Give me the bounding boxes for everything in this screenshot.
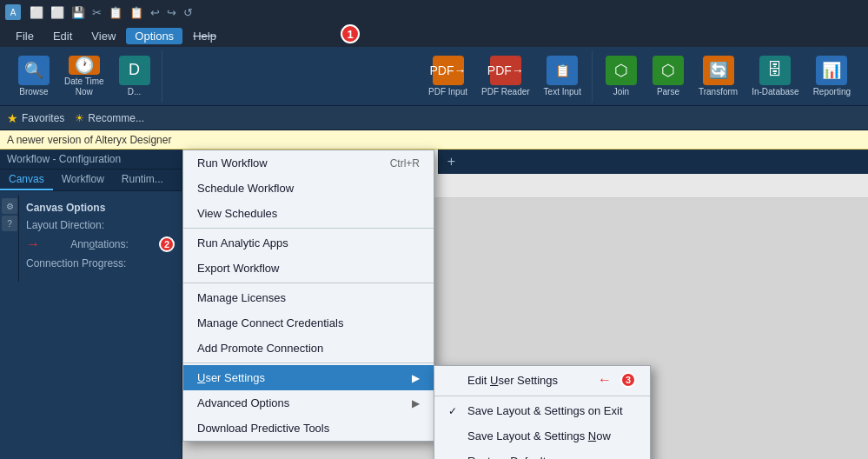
notification-text: A newer version of Alteryx Designer [7,134,171,146]
menu-user-settings-label: User Settings [197,371,265,384]
parse-label: Parse [657,87,679,97]
submenu-sep1 [434,396,650,396]
transform-icon: 🔄 [703,56,734,85]
pdf-reader-button[interactable]: PDF→ PDF Reader [476,52,535,101]
parse-button[interactable]: ⬡ Parse [646,52,690,101]
step-badge-2: 2 [159,236,175,252]
transform-button[interactable]: 🔄 Transform [693,52,743,101]
d-button[interactable]: D D... [113,52,156,101]
menu-add-promote[interactable]: Add Promote Connection [183,336,434,361]
in-database-icon: 🗄 [759,56,791,85]
layout-direction-label: Layout Direction: [26,219,104,231]
menu-advanced-options[interactable]: Advanced Options ▶ [183,390,434,416]
datetime-now-button[interactable]: 🕐 Date TimeNow [59,52,109,101]
browse-label: Browse [19,87,48,97]
recommends-sun-icon: ☀ [75,112,84,124]
menu-run-workflow[interactable]: Run Workflow Ctrl+R [183,150,434,176]
browse-button[interactable]: 🔍 Browse [12,52,56,101]
connection-progress-row: Connection Progress: [26,257,175,269]
join-button[interactable]: ⬡ Join [600,52,643,101]
browse-icon: 🔍 [18,56,50,85]
submenu-edit-user-settings[interactable]: Edit User Settings ← 3 [434,366,650,394]
connection-progress-label: Connection Progress: [26,257,126,269]
toolbar-section-browse: 🔍 Browse 🕐 Date TimeNow D D... [7,50,162,103]
minimize-icon[interactable]: ⬜ [30,6,43,19]
menu-run-analytic-apps-label: Run Analytic Apps [197,236,288,249]
user-settings-arrow: ▶ [412,372,420,384]
text-input-icon: 📋 [547,56,578,85]
pdf-input-button[interactable]: PDF→ PDF Input [423,52,473,101]
tab-canvas[interactable]: Canvas [0,170,53,190]
text-input-button[interactable]: 📋 Text Input [539,52,586,101]
notification-bar: A newer version of Alteryx Designer [0,130,868,150]
pdf-reader-label: PDF Reader [481,87,530,97]
redo-icon[interactable]: ↪ [167,6,176,19]
d-label: D... [128,87,142,97]
sep3 [183,363,434,363]
sep1 [183,228,434,229]
menu-user-settings[interactable]: User Settings ▶ Edit User Settings ← 3 [183,365,434,390]
menu-export-workflow-label: Export Workflow [197,262,279,275]
menu-run-analytic-apps[interactable]: Run Analytic Apps [183,230,434,256]
restore-icon[interactable]: ⬜ [50,6,64,19]
join-label: Join [613,87,629,97]
save-layout-now-label: Save Layout & Settings Now [467,429,611,442]
copy-icon[interactable]: 📋 [109,6,123,19]
cut-icon[interactable]: ✂ [92,6,102,19]
title-bar-actions: ⬜ ⬜ 💾 ✂ 📋 📋 ↩ ↪ ↺ [30,6,193,19]
text-input-label: Text Input [544,87,581,97]
panel-tabs: Canvas Workflow Runtim... [0,170,182,191]
menu-view-schedules[interactable]: View Schedules [183,201,434,226]
tab-runtime[interactable]: Runtim... [113,170,172,190]
title-bar: A ⬜ ⬜ 💾 ✂ 📋 📋 ↩ ↪ ↺ [0,0,868,24]
refresh-icon[interactable]: ↺ [183,6,193,19]
options-menu: Run Workflow Ctrl+R Schedule Workflow Vi… [182,150,434,442]
annotations-arrow: → [26,236,40,252]
favorites-label: Favorites [22,112,64,124]
submenu-save-layout-exit[interactable]: ✓ Save Layout & Settings on Exit [434,398,650,423]
reporting-label: Reporting [813,87,851,97]
tab-workflow[interactable]: Workflow [53,170,113,190]
datetime-icon: 🕐 [69,56,100,75]
pdf-input-label: PDF Input [428,87,467,97]
menu-advanced-options-label: Advanced Options [197,396,289,409]
menu-view-schedules-label: View Schedules [197,207,277,220]
menu-bar: File Edit View Options Help 1 [0,24,868,47]
menu-overlay: Run Workflow Ctrl+R Schedule Workflow Vi… [182,150,868,459]
canvas-options-title: Canvas Options [26,202,175,214]
menu-view[interactable]: View [83,28,124,44]
menu-manage-licenses[interactable]: Manage Licenses [183,285,434,310]
title-bar-icons: A [5,4,21,20]
recommends-label: Recomme... [88,112,144,124]
save-icon[interactable]: 💾 [71,6,85,19]
submenu-save-layout-now[interactable]: Save Layout & Settings Now [434,423,650,449]
menu-download-predictive-label: Download Predictive Tools [197,422,329,435]
edit-settings-arrow-left: ← [598,372,612,388]
recommends-item[interactable]: ☀ Recomme... [75,112,144,124]
reporting-icon: 📊 [816,56,847,85]
reporting-button[interactable]: 📊 Reporting [808,52,856,101]
menu-edit[interactable]: Edit [44,28,81,44]
menu-manage-licenses-label: Manage Licenses [197,291,286,304]
toolbar-section-pdf: PDF→ PDF Input PDF→ PDF Reader 📋 Text In… [418,50,593,103]
in-database-button[interactable]: 🗄 In-Database [746,52,804,101]
toolbar-section-categories: ⬡ Join ⬡ Parse 🔄 Transform 🗄 In-Database… [594,50,861,103]
menu-schedule-workflow[interactable]: Schedule Workflow [183,176,434,201]
menu-export-workflow[interactable]: Export Workflow [183,256,434,281]
layout-direction-row: Layout Direction: [26,219,175,231]
save-layout-exit-label: Save Layout & Settings on Exit [467,404,623,417]
menu-file[interactable]: File [7,28,43,44]
panel-settings-icon[interactable]: ⚙ [2,198,17,214]
submenu-restore-defaults[interactable]: Restore Defaults [434,449,650,459]
parse-icon: ⬡ [653,56,684,85]
paste-icon[interactable]: 📋 [129,6,143,19]
annotations-label: Annotations: [70,238,129,250]
menu-manage-connect[interactable]: Manage Connect Credentials [183,310,434,336]
menu-download-predictive[interactable]: Download Predictive Tools [183,416,434,441]
panel-help-icon[interactable]: ? [2,216,17,231]
advanced-options-arrow: ▶ [412,397,420,409]
undo-icon[interactable]: ↩ [150,6,160,19]
menu-help[interactable]: Help [184,28,225,44]
favorites-item[interactable]: ★ Favorites [7,111,64,125]
menu-options[interactable]: Options [126,28,182,44]
